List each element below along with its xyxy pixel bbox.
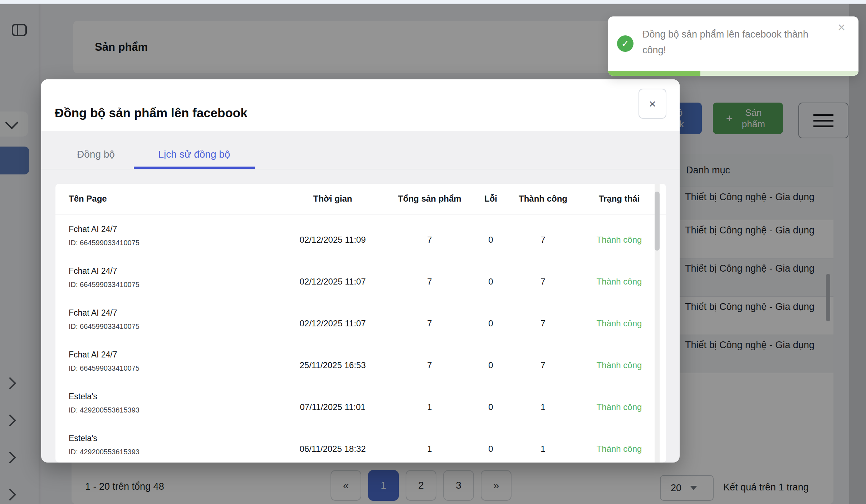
success-toast: ✓ Đồng bộ sản phẩm lên facebook thành cô… bbox=[608, 16, 858, 76]
tab-dong-bo[interactable]: Đồng bộ bbox=[69, 149, 122, 169]
tab-lich-su-dong-bo[interactable]: Lịch sử đồng bộ bbox=[134, 149, 255, 169]
close-icon: × bbox=[649, 97, 656, 111]
table-row: Estela's ID: 429200553615393 07/11/2025 … bbox=[55, 386, 666, 428]
status-badge: Thành công bbox=[597, 235, 642, 245]
success-check-icon: ✓ bbox=[617, 35, 633, 52]
col-time: Thời gian bbox=[313, 194, 352, 204]
page: Sản phẩm Đồng bộ facebook + Sản phẩm Dan… bbox=[0, 0, 866, 504]
col-errors: Lỗi bbox=[484, 194, 497, 204]
table-row: Fchat AI 24/7 ID: 664599033410075 25/11/… bbox=[55, 344, 666, 386]
table-row: Estela's ID: 429200553615393 06/11/2025 … bbox=[55, 428, 666, 463]
toast-progress-bar bbox=[608, 71, 858, 76]
col-page-name: Tên Page bbox=[69, 194, 107, 204]
toast-progress-fill bbox=[608, 71, 700, 76]
status-badge: Thành công bbox=[597, 402, 642, 412]
col-success: Thành công bbox=[519, 194, 567, 204]
table-row: Fchat AI 24/7 ID: 664599033410075 02/12/… bbox=[55, 219, 666, 261]
modal-title: Đồng bộ sản phẩm lên facebook bbox=[55, 106, 248, 120]
table-row: Fchat AI 24/7 ID: 664599033410075 02/12/… bbox=[55, 302, 666, 344]
toast-message: Đồng bộ sản phẩm lên facebook thành công… bbox=[642, 26, 814, 58]
table-header-row: Tên Page Thời gian Tổng sản phẩm Lỗi Thà… bbox=[55, 184, 666, 214]
sync-modal: Đồng bộ sản phẩm lên facebook × Đồng bộ … bbox=[41, 79, 680, 463]
top-strip bbox=[0, 0, 866, 4]
modal-close-button[interactable]: × bbox=[639, 89, 666, 119]
status-badge: Thành công bbox=[597, 277, 642, 287]
modal-header: Đồng bộ sản phẩm lên facebook × bbox=[41, 79, 680, 131]
col-total: Tổng sản phẩm bbox=[398, 194, 461, 204]
sync-history-table: Tên Page Thời gian Tổng sản phẩm Lỗi Thà… bbox=[55, 184, 666, 463]
close-icon: × bbox=[838, 20, 845, 35]
status-badge: Thành công bbox=[597, 318, 642, 328]
status-badge: Thành công bbox=[597, 444, 642, 454]
table-row: Fchat AI 24/7 ID: 664599033410075 02/12/… bbox=[55, 261, 666, 302]
table-body: Fchat AI 24/7 ID: 664599033410075 02/12/… bbox=[55, 214, 666, 463]
toast-close-button[interactable]: × bbox=[838, 20, 845, 35]
col-status: Trạng thái bbox=[599, 194, 640, 204]
modal-tabs: Đồng bộ Lịch sử đồng bộ bbox=[41, 131, 680, 169]
table-scrollbar-thumb[interactable] bbox=[655, 192, 660, 251]
status-badge: Thành công bbox=[597, 360, 642, 370]
